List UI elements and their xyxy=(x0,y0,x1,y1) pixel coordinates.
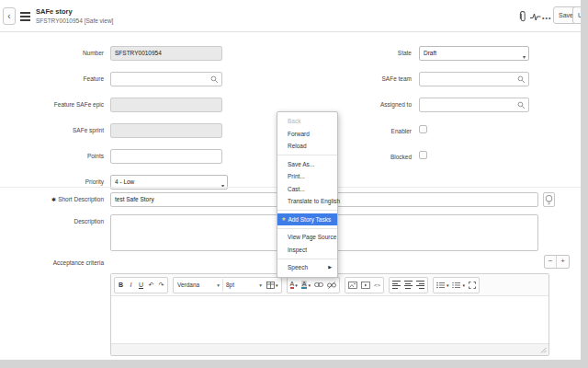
menu-item-back: Back xyxy=(277,115,337,128)
menu-item-forward[interactable]: Forward xyxy=(277,128,337,141)
activity-stream-icon[interactable] xyxy=(530,13,541,21)
record-number: SFSTRY0010954 [Safe view] xyxy=(36,17,113,24)
align-left-button[interactable] xyxy=(390,279,402,292)
menu-separator xyxy=(277,155,337,155)
safe-sprint-field xyxy=(110,123,222,138)
align-center-button[interactable] xyxy=(402,279,414,292)
state-select[interactable]: Draft ▾ xyxy=(419,46,529,61)
table-button[interactable]: ▾ xyxy=(265,279,280,292)
editor-statusbar xyxy=(111,343,548,355)
text-color-button[interactable]: A ▾ xyxy=(288,279,300,292)
context-menu-icon[interactable] xyxy=(20,12,30,23)
bold-button[interactable]: B xyxy=(116,279,126,292)
table-icon xyxy=(266,282,275,289)
menu-item-reload[interactable]: Reload xyxy=(277,140,337,153)
label-priority: Priority xyxy=(0,178,104,185)
page-title: SAFe story xyxy=(36,7,113,16)
menu-separator xyxy=(277,228,337,229)
label-assigned-to: Assigned to xyxy=(301,101,412,108)
unlink-icon xyxy=(327,282,336,289)
italic-button[interactable]: I xyxy=(126,279,136,292)
numbered-list-button[interactable]: ▾ xyxy=(450,279,467,292)
menu-item-speech[interactable]: Speech ▶ xyxy=(277,261,337,274)
feature-field[interactable] xyxy=(110,72,222,86)
required-asterisk-icon: ✱ xyxy=(51,197,56,202)
shrink-editor-button[interactable]: − xyxy=(545,256,557,268)
menu-item-print[interactable]: Print... xyxy=(277,170,337,183)
media-icon xyxy=(361,282,370,289)
align-right-button[interactable] xyxy=(414,279,426,292)
chevron-down-icon: ▾ xyxy=(221,179,224,192)
fullscreen-icon xyxy=(469,282,476,289)
menu-item-translate[interactable]: Translate to English xyxy=(277,195,337,208)
bullet-list-icon xyxy=(436,282,445,289)
label-feature-safe-epic: Feature SAFe epic xyxy=(0,101,104,108)
menu-item-view-page-source[interactable]: View Page Source xyxy=(277,231,337,244)
search-icon[interactable] xyxy=(517,75,526,84)
source-code-button[interactable]: <> xyxy=(372,279,382,292)
highlight-color-button[interactable]: A ▾ xyxy=(300,279,312,292)
align-left-icon xyxy=(392,281,401,289)
editor-content-area[interactable] xyxy=(111,296,548,343)
align-center-icon xyxy=(404,281,413,289)
chevron-down-icon: ▾ xyxy=(523,51,526,63)
undo-button[interactable]: ↶ xyxy=(146,279,156,292)
chevron-down-icon: ▾ xyxy=(217,282,220,288)
link-button[interactable] xyxy=(312,279,325,292)
label-safe-sprint: SAFe sprint xyxy=(0,127,104,133)
menu-item-add-story-tasks[interactable]: ★ Add Story Tasks xyxy=(277,213,337,226)
blocked-checkbox[interactable] xyxy=(419,151,427,159)
back-button[interactable]: ‹ xyxy=(3,7,16,25)
extension-icon: ★ xyxy=(281,213,286,226)
label-feature: Feature xyxy=(0,75,104,82)
label-short-description: ✱Short Description xyxy=(0,196,104,202)
assigned-to-field[interactable] xyxy=(419,98,529,112)
font-size-select[interactable]: 8pt▾ xyxy=(222,279,265,292)
bullet-list-button[interactable]: ▾ xyxy=(435,279,451,292)
font-family-select[interactable]: Verdana▾ xyxy=(175,279,222,292)
redo-button[interactable]: ↷ xyxy=(156,279,166,292)
desktop-background xyxy=(581,0,588,368)
insert-media-button[interactable] xyxy=(359,279,372,292)
update-button[interactable]: Update xyxy=(572,6,581,24)
resize-grip-icon[interactable] xyxy=(540,347,547,353)
label-number: Number xyxy=(0,50,104,56)
chevron-down-icon: ▾ xyxy=(259,282,262,288)
fullscreen-button[interactable] xyxy=(467,279,478,292)
unlink-button[interactable] xyxy=(325,279,338,292)
attachment-icon[interactable] xyxy=(518,11,526,23)
menu-item-inspect[interactable]: Inspect xyxy=(277,244,337,257)
insert-image-button[interactable] xyxy=(346,279,359,292)
app-window: ‹ SAFe story SFSTRY0010954 [Safe view] •… xyxy=(0,0,581,360)
number-field: SFSTRY0010954 xyxy=(110,46,222,61)
link-icon xyxy=(314,282,323,288)
label-safe-team: SAFe team xyxy=(301,75,412,82)
acceptance-criteria-editor[interactable]: B I U ↶ ↷ Verdana▾ 8pt▾ ▾ xyxy=(110,273,549,356)
search-icon[interactable] xyxy=(517,101,526,109)
desktop-background xyxy=(0,360,588,368)
image-icon xyxy=(348,282,357,289)
more-options-icon[interactable]: ••• xyxy=(542,15,551,21)
safe-team-field[interactable] xyxy=(419,72,529,86)
points-field[interactable] xyxy=(110,149,222,164)
richtext-toolbar: B I U ↶ ↷ Verdana▾ 8pt▾ ▾ xyxy=(111,274,548,296)
submenu-arrow-icon: ▶ xyxy=(328,261,332,274)
label-acceptance-criteria: Acceptance criteria xyxy=(0,259,104,266)
numbered-list-icon xyxy=(452,282,460,289)
label-state: State xyxy=(301,50,412,56)
menu-item-save-as[interactable]: Save As... xyxy=(277,158,337,171)
underline-button[interactable]: U xyxy=(136,279,146,292)
menu-item-cast[interactable]: Cast... xyxy=(277,183,337,196)
suggestion-bulb-button[interactable] xyxy=(543,192,555,207)
lightbulb-icon xyxy=(544,194,554,207)
feature-safe-epic-field xyxy=(110,98,222,112)
browser-context-menu: Back Forward Reload Save As... Print... … xyxy=(277,111,338,278)
editor-resize-buttons: − + xyxy=(544,255,570,269)
label-points: Points xyxy=(0,153,104,159)
menu-separator xyxy=(277,259,337,259)
enabler-checkbox[interactable] xyxy=(419,125,427,133)
grow-editor-button[interactable]: + xyxy=(557,256,569,268)
search-icon[interactable] xyxy=(210,75,219,84)
form-header: ‹ SAFe story SFSTRY0010954 [Safe view] •… xyxy=(0,0,581,32)
align-right-icon xyxy=(416,281,424,289)
